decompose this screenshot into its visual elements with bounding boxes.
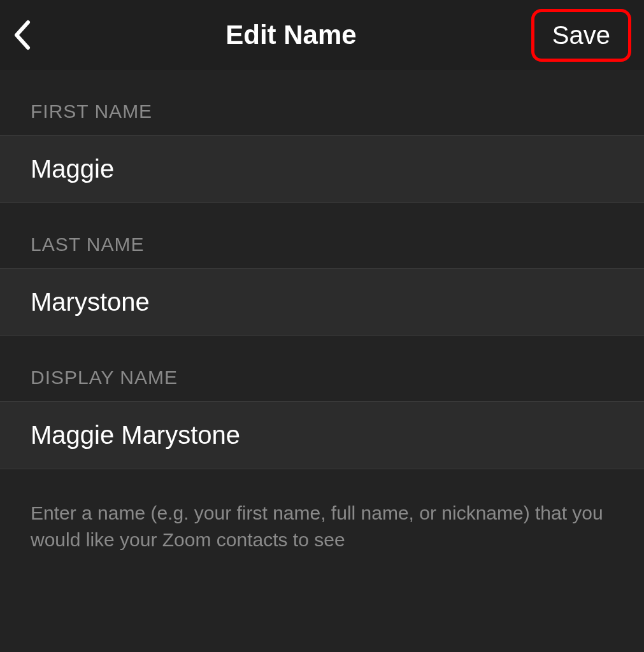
display-name-row: [0, 401, 644, 469]
last-name-row: [0, 268, 644, 336]
display-name-helper: Enter a name (e.g. your first name, full…: [0, 469, 644, 566]
first-name-label: FIRST NAME: [0, 70, 644, 135]
header: Edit Name Save: [0, 0, 644, 70]
page-title: Edit Name: [51, 20, 531, 50]
last-name-input[interactable]: [31, 269, 613, 336]
chevron-left-icon: [13, 20, 31, 50]
edit-name-form: FIRST NAME LAST NAME DISPLAY NAME Enter …: [0, 70, 644, 566]
save-button[interactable]: Save: [531, 9, 631, 62]
first-name-input[interactable]: [31, 136, 613, 202]
first-name-row: [0, 135, 644, 203]
display-name-label: DISPLAY NAME: [0, 336, 644, 401]
display-name-input[interactable]: [31, 402, 613, 469]
back-button[interactable]: [13, 16, 51, 54]
last-name-label: LAST NAME: [0, 203, 644, 268]
